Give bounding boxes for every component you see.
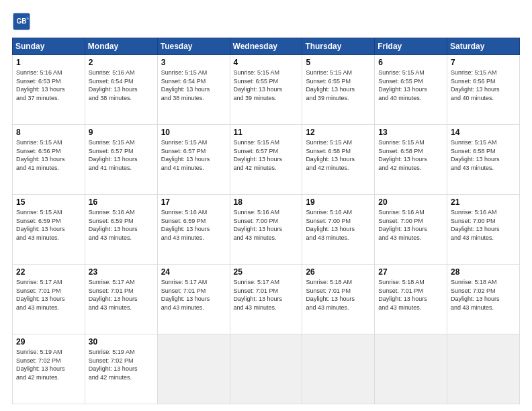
day-info: Sunrise: 5:17 AM Sunset: 7:01 PM Dayligh…	[234, 278, 299, 312]
table-row: 6Sunrise: 5:15 AM Sunset: 6:55 PM Daylig…	[375, 55, 447, 125]
table-row: 5Sunrise: 5:15 AM Sunset: 6:55 PM Daylig…	[302, 55, 375, 125]
table-row: 30Sunrise: 5:19 AM Sunset: 7:02 PM Dayli…	[85, 334, 157, 404]
table-row: 28Sunrise: 5:18 AM Sunset: 7:02 PM Dayli…	[447, 265, 520, 334]
day-number: 5	[306, 58, 371, 67]
table-row: 9Sunrise: 5:15 AM Sunset: 6:57 PM Daylig…	[85, 125, 157, 195]
day-info: Sunrise: 5:17 AM Sunset: 7:01 PM Dayligh…	[89, 278, 154, 312]
day-number: 8	[16, 128, 81, 137]
table-row	[375, 334, 447, 404]
day-info: Sunrise: 5:18 AM Sunset: 7:01 PM Dayligh…	[378, 278, 443, 312]
day-info: Sunrise: 5:16 AM Sunset: 6:54 PM Dayligh…	[89, 68, 154, 102]
calendar-row: 29Sunrise: 5:19 AM Sunset: 7:02 PM Dayli…	[13, 334, 520, 404]
header-tuesday: Tuesday	[157, 38, 230, 55]
day-number: 12	[306, 128, 371, 137]
day-info: Sunrise: 5:16 AM Sunset: 7:00 PM Dayligh…	[378, 208, 443, 242]
calendar-table: Sunday Monday Tuesday Wednesday Thursday…	[12, 38, 520, 404]
logo: GB	[12, 12, 34, 31]
weekday-header-row: Sunday Monday Tuesday Wednesday Thursday…	[13, 38, 520, 55]
day-info: Sunrise: 5:18 AM Sunset: 7:01 PM Dayligh…	[306, 278, 371, 312]
day-info: Sunrise: 5:19 AM Sunset: 7:02 PM Dayligh…	[89, 348, 154, 381]
table-row: 16Sunrise: 5:16 AM Sunset: 6:59 PM Dayli…	[85, 195, 157, 265]
day-number: 19	[306, 197, 371, 207]
table-row: 3Sunrise: 5:15 AM Sunset: 6:54 PM Daylig…	[157, 55, 230, 125]
table-row: 26Sunrise: 5:18 AM Sunset: 7:01 PM Dayli…	[302, 265, 375, 334]
day-info: Sunrise: 5:18 AM Sunset: 7:02 PM Dayligh…	[451, 278, 516, 312]
table-row	[230, 334, 302, 404]
day-number: 24	[161, 267, 226, 277]
day-number: 27	[378, 267, 443, 277]
day-info: Sunrise: 5:16 AM Sunset: 6:53 PM Dayligh…	[16, 68, 81, 102]
day-info: Sunrise: 5:15 AM Sunset: 6:57 PM Dayligh…	[234, 138, 299, 172]
day-number: 28	[451, 267, 516, 277]
day-number: 21	[451, 197, 516, 207]
header-saturday: Saturday	[447, 38, 520, 55]
page: GB Sunday Monday Tuesday Wednesday Thurs…	[0, 0, 532, 411]
table-row: 18Sunrise: 5:16 AM Sunset: 7:00 PM Dayli…	[230, 195, 302, 265]
table-row: 20Sunrise: 5:16 AM Sunset: 7:00 PM Dayli…	[375, 195, 447, 265]
table-row: 13Sunrise: 5:15 AM Sunset: 6:58 PM Dayli…	[375, 125, 447, 195]
logo-icon: GB	[12, 12, 31, 31]
day-number: 22	[16, 267, 81, 277]
table-row: 11Sunrise: 5:15 AM Sunset: 6:57 PM Dayli…	[230, 125, 302, 195]
day-info: Sunrise: 5:15 AM Sunset: 6:59 PM Dayligh…	[16, 208, 81, 242]
day-number: 4	[234, 58, 299, 67]
day-number: 29	[16, 337, 81, 347]
table-row: 24Sunrise: 5:17 AM Sunset: 7:01 PM Dayli…	[157, 265, 230, 334]
table-row: 23Sunrise: 5:17 AM Sunset: 7:01 PM Dayli…	[85, 265, 157, 334]
header-friday: Friday	[375, 38, 447, 55]
calendar-row: 15Sunrise: 5:15 AM Sunset: 6:59 PM Dayli…	[13, 195, 520, 265]
day-info: Sunrise: 5:19 AM Sunset: 7:02 PM Dayligh…	[16, 348, 81, 381]
day-info: Sunrise: 5:15 AM Sunset: 6:57 PM Dayligh…	[161, 138, 226, 172]
day-number: 10	[161, 128, 226, 137]
table-row: 22Sunrise: 5:17 AM Sunset: 7:01 PM Dayli…	[13, 265, 85, 334]
day-info: Sunrise: 5:15 AM Sunset: 6:56 PM Dayligh…	[16, 138, 81, 172]
day-number: 3	[161, 58, 226, 67]
day-info: Sunrise: 5:15 AM Sunset: 6:54 PM Dayligh…	[161, 68, 226, 102]
table-row: 10Sunrise: 5:15 AM Sunset: 6:57 PM Dayli…	[157, 125, 230, 195]
table-row	[157, 334, 230, 404]
table-row: 1Sunrise: 5:16 AM Sunset: 6:53 PM Daylig…	[13, 55, 85, 125]
table-row: 8Sunrise: 5:15 AM Sunset: 6:56 PM Daylig…	[13, 125, 85, 195]
table-row: 2Sunrise: 5:16 AM Sunset: 6:54 PM Daylig…	[85, 55, 157, 125]
table-row: 14Sunrise: 5:15 AM Sunset: 6:58 PM Dayli…	[447, 125, 520, 195]
table-row: 29Sunrise: 5:19 AM Sunset: 7:02 PM Dayli…	[13, 334, 85, 404]
day-info: Sunrise: 5:16 AM Sunset: 7:00 PM Dayligh…	[234, 208, 299, 242]
day-number: 23	[89, 267, 154, 277]
day-info: Sunrise: 5:16 AM Sunset: 6:59 PM Dayligh…	[161, 208, 226, 242]
day-info: Sunrise: 5:15 AM Sunset: 6:55 PM Dayligh…	[306, 68, 371, 102]
day-info: Sunrise: 5:15 AM Sunset: 6:55 PM Dayligh…	[234, 68, 299, 102]
day-number: 13	[378, 128, 443, 137]
table-row: 25Sunrise: 5:17 AM Sunset: 7:01 PM Dayli…	[230, 265, 302, 334]
table-row: 15Sunrise: 5:15 AM Sunset: 6:59 PM Dayli…	[13, 195, 85, 265]
day-number: 15	[16, 197, 81, 207]
header-monday: Monday	[85, 38, 157, 55]
day-info: Sunrise: 5:15 AM Sunset: 6:56 PM Dayligh…	[451, 68, 516, 102]
day-info: Sunrise: 5:16 AM Sunset: 6:59 PM Dayligh…	[89, 208, 154, 242]
day-number: 30	[89, 337, 154, 347]
day-number: 16	[89, 197, 154, 207]
day-number: 11	[234, 128, 299, 137]
day-info: Sunrise: 5:17 AM Sunset: 7:01 PM Dayligh…	[16, 278, 81, 312]
header-wednesday: Wednesday	[230, 38, 302, 55]
day-info: Sunrise: 5:16 AM Sunset: 7:00 PM Dayligh…	[451, 208, 516, 242]
day-number: 7	[451, 58, 516, 67]
table-row: 4Sunrise: 5:15 AM Sunset: 6:55 PM Daylig…	[230, 55, 302, 125]
day-info: Sunrise: 5:15 AM Sunset: 6:58 PM Dayligh…	[306, 138, 371, 172]
day-number: 9	[89, 128, 154, 137]
svg-text:GB: GB	[16, 17, 26, 25]
table-row	[302, 334, 375, 404]
day-number: 17	[161, 197, 226, 207]
calendar-row: 1Sunrise: 5:16 AM Sunset: 6:53 PM Daylig…	[13, 55, 520, 125]
table-row: 27Sunrise: 5:18 AM Sunset: 7:01 PM Dayli…	[375, 265, 447, 334]
day-number: 18	[234, 197, 299, 207]
header-thursday: Thursday	[302, 38, 375, 55]
table-row: 12Sunrise: 5:15 AM Sunset: 6:58 PM Dayli…	[302, 125, 375, 195]
day-number: 25	[234, 267, 299, 277]
table-row: 17Sunrise: 5:16 AM Sunset: 6:59 PM Dayli…	[157, 195, 230, 265]
table-row: 21Sunrise: 5:16 AM Sunset: 7:00 PM Dayli…	[447, 195, 520, 265]
day-number: 6	[378, 58, 443, 67]
day-info: Sunrise: 5:15 AM Sunset: 6:58 PM Dayligh…	[378, 138, 443, 172]
day-info: Sunrise: 5:16 AM Sunset: 7:00 PM Dayligh…	[306, 208, 371, 242]
table-row	[447, 334, 520, 404]
day-info: Sunrise: 5:15 AM Sunset: 6:57 PM Dayligh…	[89, 138, 154, 172]
